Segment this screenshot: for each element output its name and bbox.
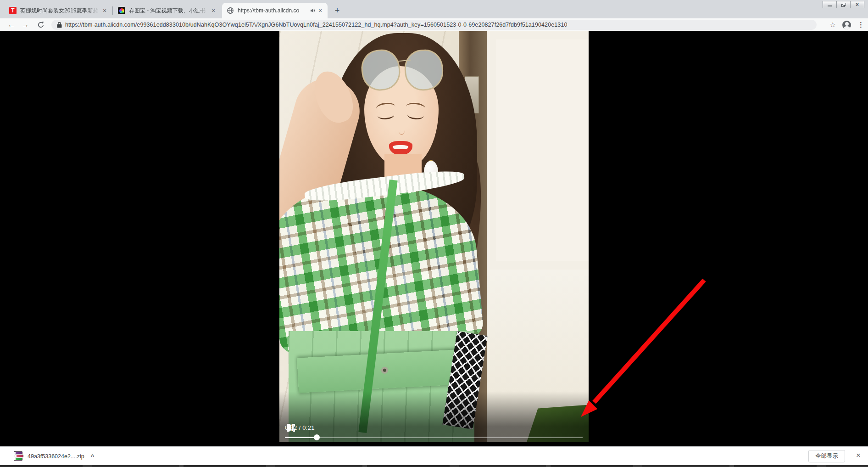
download-filename[interactable]: 49a3f5336024e2....zip [28, 453, 84, 460]
window-restore-button[interactable] [836, 1, 851, 8]
new-tab-button[interactable]: + [331, 5, 343, 17]
download-separator [109, 450, 109, 462]
profile-avatar[interactable] [842, 21, 851, 29]
cuntubao-favicon-icon [118, 7, 125, 14]
close-icon: × [856, 2, 859, 7]
tab-strip: T 英娜妮时尚套装女2019夏季新款 × 存图宝 - 淘宝视频下载、小红书 × … [0, 0, 868, 18]
tab-cuntubao[interactable]: 存图宝 - 淘宝视频下载、小红书 × [113, 3, 221, 18]
restore-icon [841, 3, 846, 7]
progress-played [285, 437, 317, 438]
browser-menu-icon[interactable]: ⋮ [857, 21, 864, 29]
download-bar: 49a3f5336024e2....zip ^ 全部显示 × [0, 446, 868, 465]
winrar-archive-icon [14, 451, 23, 461]
tab-title: https://tbm-auth.alicdn.co [238, 7, 307, 14]
download-bar-close-icon[interactable]: × [856, 451, 861, 460]
progress-thumb[interactable] [314, 434, 320, 440]
page-content: 0:02 / 0:21 ⋮ [0, 31, 868, 446]
lock-icon[interactable] [57, 22, 62, 28]
tab-close-icon[interactable]: × [317, 7, 324, 14]
tab-title: 存图宝 - 淘宝视频下载、小红书 [129, 7, 208, 15]
player-overflow-menu-button[interactable]: ⋮ [285, 423, 297, 433]
window-minimize-button[interactable] [823, 1, 837, 8]
tab-audio-icon[interactable] [310, 8, 316, 13]
video-controls: 0:02 / 0:21 ⋮ [279, 422, 589, 433]
tab-separator [112, 6, 113, 15]
bottom-edge-strip [0, 465, 868, 467]
minimize-icon [828, 6, 832, 6]
window-close-button[interactable]: × [850, 1, 864, 8]
tab-video-active[interactable]: https://tbm-auth.alicdn.co × [222, 3, 328, 18]
tab-title: 英娜妮时尚套装女2019夏季新款 [20, 7, 99, 15]
show-all-downloads-button[interactable]: 全部显示 [808, 450, 845, 462]
download-item[interactable]: 49a3f5336024e2....zip ^ [10, 450, 98, 463]
progress-bar[interactable] [285, 437, 583, 438]
taobao-favicon-icon: T [9, 7, 17, 14]
window-controls: × [823, 1, 864, 8]
controls-gradient [279, 391, 589, 442]
download-chevron-icon[interactable]: ^ [91, 453, 95, 460]
address-bar[interactable]: https://tbm-auth.alicdn.com/e99361edd833… [51, 20, 817, 30]
browser-window: T 英娜妮时尚套装女2019夏季新款 × 存图宝 - 淘宝视频下载、小红书 × … [0, 0, 868, 467]
browser-toolbar: ← → https://tbm-auth.alicdn.com/e99361ed… [0, 18, 868, 31]
url-text[interactable]: https://tbm-auth.alicdn.com/e99361edd833… [65, 22, 567, 28]
reload-button[interactable] [35, 19, 47, 31]
bookmark-star-icon[interactable]: ☆ [830, 21, 836, 29]
tab-close-icon[interactable]: × [210, 7, 217, 14]
window-panes [496, 39, 589, 261]
video-player[interactable]: 0:02 / 0:21 ⋮ [279, 31, 589, 442]
tab-taobao-product[interactable]: T 英娜妮时尚套装女2019夏季新款 × [5, 3, 112, 18]
forward-button[interactable]: → [19, 19, 31, 31]
globe-favicon-icon [227, 7, 234, 14]
tab-close-icon[interactable]: × [101, 7, 108, 14]
back-button[interactable]: ← [6, 19, 17, 31]
